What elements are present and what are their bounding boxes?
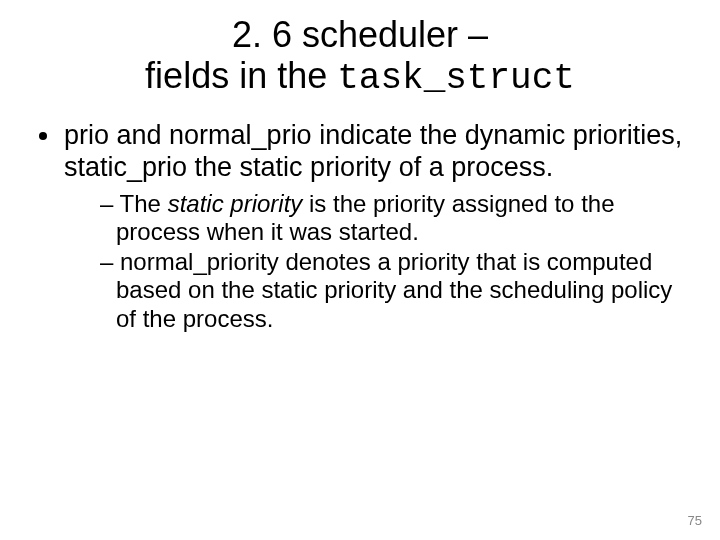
- slide-body: prio and normal_prio indicate the dynami…: [0, 100, 720, 333]
- sub-item-1: The static priority is the priority assi…: [100, 190, 684, 247]
- page-number: 75: [688, 513, 702, 528]
- slide-title: 2. 6 scheduler – fields in the task_stru…: [0, 0, 720, 100]
- title-line-1: 2. 6 scheduler –: [232, 14, 488, 55]
- sub-2-text: normal_priority denotes a priority that …: [116, 248, 672, 332]
- title-line-2-prefix: fields in the: [145, 55, 337, 96]
- sub-1-italic: static priority: [168, 190, 303, 217]
- slide: 2. 6 scheduler – fields in the task_stru…: [0, 0, 720, 540]
- bullet-1-text: prio and normal_prio indicate the dynami…: [64, 120, 682, 182]
- title-line-2-code: task_struct: [337, 58, 575, 99]
- sub-1-a: The: [120, 190, 168, 217]
- sub-item-2: normal_priority denotes a priority that …: [100, 248, 684, 333]
- bullet-list: prio and normal_prio indicate the dynami…: [36, 120, 684, 333]
- bullet-item-1: prio and normal_prio indicate the dynami…: [62, 120, 684, 333]
- sub-list: The static priority is the priority assi…: [64, 190, 684, 334]
